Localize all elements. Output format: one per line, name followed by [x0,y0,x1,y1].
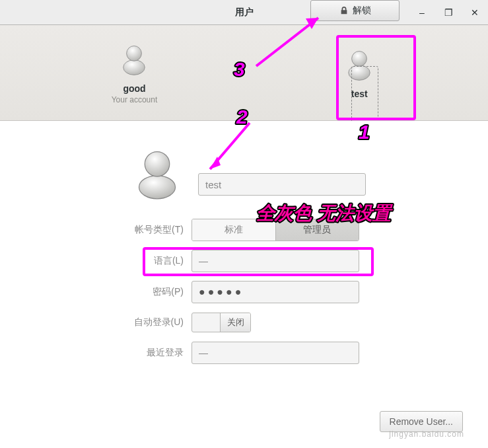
remove-user-button[interactable]: Remove User... [380,411,463,432]
account-type-standard-button[interactable]: 标准 [192,219,275,241]
svg-point-1 [127,46,142,61]
password-field[interactable]: ●●●●● [192,281,359,303]
svg-point-0 [123,59,145,75]
password-label: 密码(P) [118,286,184,298]
remove-user-label: Remove User... [390,416,453,427]
auto-login-label: 自动登录(U) [118,317,184,328]
account-type-label: 帐号类型(T) [118,224,184,236]
language-value: — [199,256,208,266]
svg-point-2 [349,65,370,80]
svg-point-3 [352,51,367,66]
full-name-field[interactable]: test [198,173,366,196]
lock-icon [339,6,349,15]
close-button[interactable]: ✕ [462,0,488,25]
user-subtitle-label: Your account [112,95,158,104]
password-value: ●●●●● [199,286,244,298]
maximize-button[interactable]: ❐ [435,0,462,25]
full-name-value: test [205,179,221,190]
row-language: 语言(L) — [118,250,359,272]
avatar-icon [117,42,151,78]
user-name-label: good [123,83,145,94]
account-type-switcher: 标准 管理员 [192,219,359,241]
window-controls: – ❐ ✕ [409,0,488,25]
user-name-label: test [351,89,368,99]
language-field[interactable]: — [192,250,359,272]
auto-login-switch[interactable]: 关闭 [192,313,251,332]
last-login-field: — [192,342,359,364]
svg-point-6 [145,152,170,177]
language-label: 语言(L) [118,255,184,267]
last-login-label: 最近登录 [118,347,184,359]
row-account-type: 帐号类型(T) 标准 管理员 [118,219,359,241]
account-type-admin-button[interactable]: 管理员 [276,219,359,241]
minimize-button[interactable]: – [409,0,435,25]
avatar-icon [342,47,376,83]
switch-off-knob: 关闭 [220,313,250,332]
row-auto-login: 自动登录(U) 关闭 [118,311,251,334]
user-tile-selected[interactable]: test [342,47,376,99]
row-last-login: 最近登录 — [118,342,359,364]
last-login-value: — [199,348,208,358]
svg-point-5 [139,176,176,199]
users-settings-window: 用户 解锁 – ❐ ✕ good Your account [0,0,488,448]
titlebar: 用户 解锁 – ❐ ✕ [0,0,488,25]
user-tile-current[interactable]: good Your account [112,42,158,104]
unlock-button[interactable]: 解锁 [310,0,400,21]
users-strip: good Your account test [0,25,488,121]
row-password: 密码(P) ●●●●● [118,281,359,303]
detail-avatar-icon[interactable] [131,147,184,202]
unlock-button-label: 解锁 [353,5,371,17]
